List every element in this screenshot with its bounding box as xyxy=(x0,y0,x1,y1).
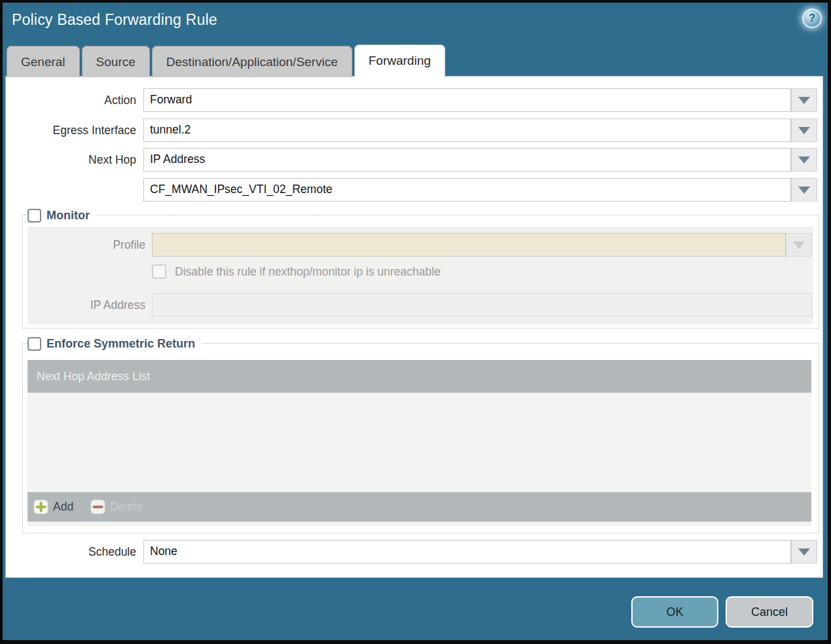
enforce-symmetric-return-legend-label: Enforce Symmetric Return xyxy=(46,337,195,351)
chevron-down-icon xyxy=(798,187,810,194)
next-hop-field: IP Address xyxy=(143,148,817,171)
monitor-group-body: Profile Disable this rule if nexthop/mon… xyxy=(28,226,813,324)
action-dropdown-button[interactable] xyxy=(791,88,817,112)
action-field: Forward xyxy=(143,88,817,112)
tab-general[interactable]: General xyxy=(7,46,80,77)
enforce-symmetric-return-checkbox[interactable] xyxy=(28,337,41,351)
forwarding-tab-panel: Action Forward Egress Interface tunnel.2… xyxy=(5,76,823,578)
monitor-group: Monitor Profile Disable this rule if nex… xyxy=(22,215,819,329)
minus-icon xyxy=(90,499,105,514)
schedule-dropdown-button[interactable] xyxy=(791,540,817,564)
enforce-symmetric-return-legend: Enforce Symmetric Return xyxy=(28,336,202,351)
cancel-button[interactable]: Cancel xyxy=(726,596,813,628)
egress-interface-label: Egress Interface xyxy=(6,118,136,142)
dialog-title: Policy Based Forwarding Rule xyxy=(12,11,217,29)
schedule-dropdown-value[interactable]: None xyxy=(143,540,791,564)
next-hop-address-dropdown-button[interactable] xyxy=(791,178,817,202)
tab-source[interactable]: Source xyxy=(82,46,150,77)
plus-icon xyxy=(33,499,48,514)
next-hop-address-list-toolbar: Add Delete xyxy=(28,492,811,522)
disable-rule-row: Disable this rule if nexthop/monitor ip … xyxy=(152,264,441,279)
delete-button: Delete xyxy=(90,499,143,514)
add-button-label: Add xyxy=(53,500,73,514)
next-hop-dropdown-button[interactable] xyxy=(791,148,817,171)
egress-interface-field: tunnel.2 xyxy=(143,118,817,142)
delete-button-label: Delete xyxy=(110,500,143,514)
monitor-ip-address-input xyxy=(152,293,812,317)
action-label: Action xyxy=(6,88,136,112)
next-hop-label: Next Hop xyxy=(6,148,136,171)
chevron-down-icon xyxy=(798,127,810,134)
chevron-down-icon xyxy=(798,156,810,164)
chevron-down-icon xyxy=(798,548,810,556)
table-footer-strip xyxy=(28,522,811,526)
tab-destination-application-service[interactable]: Destination/Application/Service xyxy=(152,46,352,77)
monitor-legend: Monitor xyxy=(28,207,96,223)
next-hop-address-list-body[interactable] xyxy=(28,393,811,492)
monitor-ip-address-field xyxy=(152,293,812,317)
egress-interface-dropdown-value[interactable]: tunnel.2 xyxy=(143,118,791,142)
next-hop-address-field: CF_MWAN_IPsec_VTI_02_Remote xyxy=(143,178,817,202)
ok-button[interactable]: OK xyxy=(631,596,718,628)
disable-rule-checkbox xyxy=(152,264,166,279)
next-hop-address-dropdown-value[interactable]: CF_MWAN_IPsec_VTI_02_Remote xyxy=(143,178,791,202)
monitor-ip-address-label: IP Address xyxy=(28,293,145,317)
enforce-symmetric-return-group: Enforce Symmetric Return Next Hop Addres… xyxy=(22,343,819,533)
egress-interface-dropdown-button[interactable] xyxy=(791,118,817,142)
chevron-down-icon xyxy=(793,241,805,249)
disable-rule-label: Disable this rule if nexthop/monitor ip … xyxy=(175,265,441,279)
dialog-window: Policy Based Forwarding Rule ? General S… xyxy=(3,3,828,640)
chevron-down-icon xyxy=(798,97,810,104)
help-icon[interactable]: ? xyxy=(802,9,822,28)
next-hop-address-list-table: Next Hop Address List Add xyxy=(28,360,811,526)
next-hop-address-list-header: Next Hop Address List xyxy=(28,360,811,393)
profile-field xyxy=(152,233,812,257)
tab-bar: General Source Destination/Application/S… xyxy=(7,45,445,77)
monitor-legend-label: Monitor xyxy=(46,209,90,223)
add-button[interactable]: Add xyxy=(33,499,73,514)
tab-forwarding[interactable]: Forwarding xyxy=(354,45,445,77)
profile-dropdown-value xyxy=(152,233,786,257)
next-hop-dropdown-value[interactable]: IP Address xyxy=(143,148,791,171)
action-dropdown-value[interactable]: Forward xyxy=(143,88,791,112)
profile-dropdown-button xyxy=(786,233,812,257)
schedule-label: Schedule xyxy=(6,540,136,564)
monitor-checkbox[interactable] xyxy=(28,209,41,223)
profile-label: Profile xyxy=(28,233,145,257)
schedule-field: None xyxy=(143,540,817,564)
